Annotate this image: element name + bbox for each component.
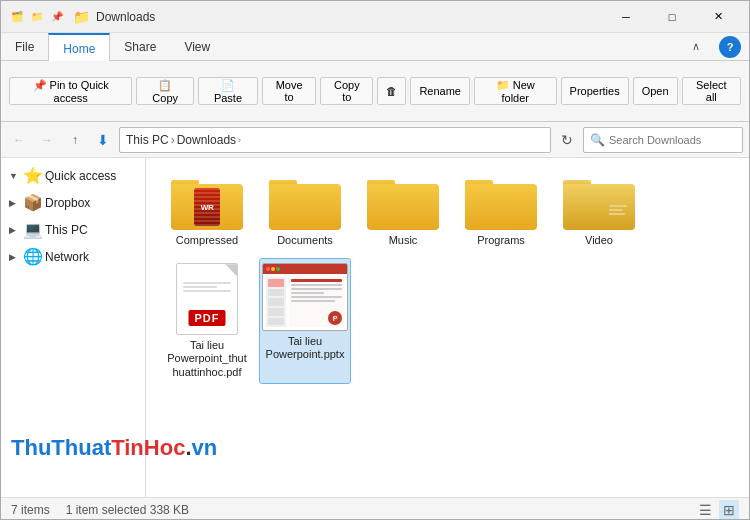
compressed-label: Compressed — [176, 234, 238, 247]
sidebar-label-dropbox: Dropbox — [45, 196, 90, 210]
pin-icon: 📌 — [49, 9, 65, 25]
refresh-button[interactable]: ↻ — [555, 128, 579, 152]
path-downloads[interactable]: Downloads — [177, 133, 236, 147]
window-title: Downloads — [96, 10, 155, 24]
status-item-count: 7 items — [11, 503, 50, 517]
ribbon: File Home Share View ∧ ? 📌 Pin to Quick … — [1, 33, 749, 122]
search-input[interactable] — [609, 134, 736, 146]
title-folder-icon: 📁 — [73, 9, 90, 25]
video-folder-icon — [563, 174, 635, 230]
grid-view-button[interactable]: ⊞ — [719, 500, 739, 520]
watermark-vn: vn — [192, 435, 218, 460]
watermark-thuat: Thuat — [51, 435, 111, 460]
tab-share[interactable]: Share — [110, 33, 170, 61]
video-label: Video — [585, 234, 613, 247]
file-item-pdf[interactable]: PDF Tai lieu Powerpoint_thuthuattinhoc.p… — [162, 259, 252, 383]
paste-button[interactable]: 📄 Paste — [198, 77, 258, 105]
file-item-documents[interactable]: Documents — [260, 170, 350, 251]
file-item-compressed[interactable]: WR Compressed — [162, 170, 252, 251]
pin-to-quick-access-button[interactable]: 📌 Pin to Quick access — [9, 77, 132, 105]
title-bar-system-icons: 🗂️ 📁 📌 — [9, 9, 65, 25]
dropbox-icon: 📦 — [23, 193, 41, 212]
search-icon: 🔍 — [590, 133, 605, 147]
quick-access-icon: ⭐ — [23, 166, 41, 185]
ribbon-help-button[interactable]: ? — [719, 36, 741, 58]
ribbon-tabs[interactable]: File Home Share View ∧ ? — [1, 33, 749, 61]
sidebar-label-quick-access: Quick access — [45, 169, 116, 183]
sidebar-item-network[interactable]: ▶ 🌐 Network — [1, 243, 145, 270]
minimize-button[interactable]: ─ — [603, 1, 649, 33]
download-nav-icon: ⬇ — [91, 128, 115, 152]
expand-arrow-network: ▶ — [9, 252, 19, 262]
programs-folder-icon — [465, 174, 537, 230]
copy-button[interactable]: 📋 Copy — [136, 77, 194, 105]
ribbon-content: 📌 Pin to Quick access 📋 Copy 📄 Paste Mov… — [1, 61, 749, 121]
sidebar-item-quick-access[interactable]: ▼ ⭐ Quick access — [1, 162, 145, 189]
tab-home[interactable]: Home — [48, 33, 110, 61]
watermark: ThuThuatTinHoc.vn — [11, 435, 217, 461]
network-icon: 🌐 — [23, 247, 41, 266]
up-button[interactable]: ↑ — [63, 128, 87, 152]
file-area[interactable]: WR Compressed Documents Music — [146, 158, 749, 497]
documents-label: Documents — [277, 234, 333, 247]
minimize-icon: 🗂️ — [9, 9, 25, 25]
pptx-thumbnail: P — [262, 263, 348, 331]
open-button[interactable]: Open — [633, 77, 678, 105]
pdf-file-icon: PDF — [176, 263, 238, 335]
expand-arrow-thispc: ▶ — [9, 225, 19, 235]
path-chevron: › — [238, 135, 241, 145]
properties-button[interactable]: Properties — [561, 77, 629, 105]
list-view-button[interactable]: ☰ — [695, 500, 715, 520]
sidebar-item-dropbox[interactable]: ▶ 📦 Dropbox — [1, 189, 145, 216]
this-pc-icon: 💻 — [23, 220, 41, 239]
sidebar-item-this-pc[interactable]: ▶ 💻 This PC — [1, 216, 145, 243]
new-folder-button[interactable]: 📁 New folder — [474, 77, 557, 105]
maximize-button[interactable]: □ — [649, 1, 695, 33]
copy-to-button[interactable]: Copy to — [320, 77, 373, 105]
rename-button[interactable]: Rename — [410, 77, 470, 105]
ribbon-expand-button[interactable]: ∧ — [673, 31, 719, 63]
expand-arrow-dropbox: ▶ — [9, 198, 19, 208]
watermark-tin: Tin — [111, 435, 144, 460]
ribbon-nav-group[interactable]: 📌 Pin to Quick access 📋 Copy 📄 Paste Mov… — [9, 77, 741, 105]
close-button[interactable]: ✕ — [695, 1, 741, 33]
title-bar: 🗂️ 📁 📌 📁 Downloads ─ □ ✕ — [1, 1, 749, 33]
compressed-folder-icon: WR — [171, 174, 243, 230]
main-area: ▼ ⭐ Quick access ▶ 📦 Dropbox ▶ 💻 This PC… — [1, 158, 749, 497]
sidebar-label-this-pc: This PC — [45, 223, 88, 237]
address-bar: ← → ↑ ⬇ This PC › Downloads › ↻ 🔍 — [1, 122, 749, 158]
documents-folder-icon — [269, 174, 341, 230]
title-bar-title: 📁 Downloads — [73, 9, 603, 25]
view-toggle[interactable]: ☰ ⊞ — [695, 500, 739, 520]
pptx-label: Tai lieu Powerpoint.pptx — [264, 335, 346, 361]
file-item-video[interactable]: Video — [554, 170, 644, 251]
file-item-music[interactable]: Music — [358, 170, 448, 251]
forward-button[interactable]: → — [35, 128, 59, 152]
select-all-button[interactable]: Select all — [682, 77, 741, 105]
window-controls[interactable]: ─ □ ✕ — [603, 1, 741, 33]
watermark-thu: Thu — [11, 435, 51, 460]
status-selected-info: 1 item selected 338 KB — [66, 503, 189, 517]
address-path[interactable]: This PC › Downloads › — [119, 127, 551, 153]
tab-file[interactable]: File — [1, 33, 48, 61]
programs-label: Programs — [477, 234, 525, 247]
expand-arrow: ▼ — [9, 171, 19, 181]
back-button[interactable]: ← — [7, 128, 31, 152]
tab-view[interactable]: View — [170, 33, 224, 61]
file-item-programs[interactable]: Programs — [456, 170, 546, 251]
pdf-label: Tai lieu Powerpoint_thuthuattinhoc.pdf — [166, 339, 248, 379]
delete-button[interactable]: 🗑 — [377, 77, 406, 105]
sidebar-label-network: Network — [45, 250, 89, 264]
music-label: Music — [389, 234, 418, 247]
folder-color-icon: 📁 — [29, 9, 45, 25]
path-separator-1: › — [171, 133, 175, 147]
watermark-hoc: Hoc — [144, 435, 186, 460]
music-folder-icon — [367, 174, 439, 230]
search-box[interactable]: 🔍 — [583, 127, 743, 153]
path-this-pc[interactable]: This PC — [126, 133, 169, 147]
move-to-button[interactable]: Move to — [262, 77, 316, 105]
status-bar: 7 items 1 item selected 338 KB ☰ ⊞ — [1, 497, 749, 520]
file-item-pptx[interactable]: P Tai lieu Powerpoint.pptx — [260, 259, 350, 383]
